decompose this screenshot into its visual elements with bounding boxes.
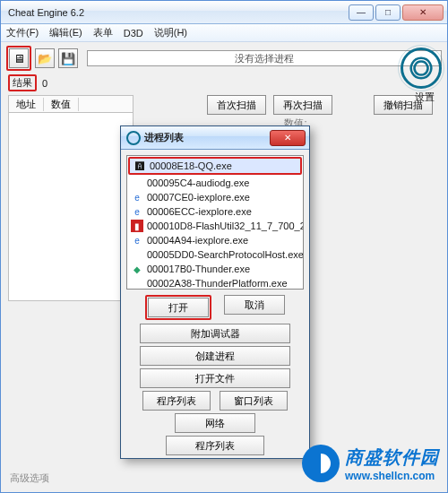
close-button[interactable]: ✕ (402, 4, 444, 21)
dialog-app-icon (126, 131, 141, 145)
process-list[interactable]: 🅰 00008E18-QQ.exe 000095C4-audiodg.exe e… (126, 155, 304, 290)
dialog-close-button[interactable]: ✕ (270, 130, 306, 146)
scan-buttons: 首次扫描 再次扫描 撤销扫描 (151, 95, 433, 115)
create-process-button[interactable]: 创建进程 (140, 346, 290, 366)
cancel-button[interactable]: 取消 (224, 295, 285, 315)
menu-file[interactable]: 文件(F) (6, 26, 39, 39)
process-label: 000010D8-FlashUtil32_11_7_700_224_Acti (147, 221, 304, 231)
dialog-titlebar[interactable]: 进程列表 ✕ (121, 126, 309, 150)
menu-edit[interactable]: 编辑(E) (49, 26, 82, 39)
process-label: 00008E18-QQ.exe (150, 160, 232, 171)
maximize-button[interactable]: □ (375, 4, 401, 21)
process-label: 000017B0-Thunder.exe (147, 264, 250, 274)
process-item[interactable]: 00005DD0-SearchProtocolHost.exe (127, 247, 303, 262)
dialog-open-row: 打开 取消 (121, 295, 309, 320)
process-label: 00006ECC-iexplore.exe (147, 206, 252, 217)
menubar: 文件(F) 编辑(E) 表单 D3D 说明(H) (1, 24, 447, 42)
ie-icon: e (131, 205, 143, 218)
result-list: 地址 数值 (8, 95, 134, 301)
ie-icon: e (131, 234, 143, 246)
result-count: 0 (42, 78, 47, 89)
settings-label[interactable]: 设置 (415, 91, 435, 104)
window-controls: — □ ✕ (347, 4, 444, 21)
menu-table[interactable]: 表单 (93, 26, 113, 39)
cheat-engine-logo-icon[interactable] (401, 48, 442, 89)
open-file-dialog-button[interactable]: 打开文件 (140, 368, 290, 388)
thunder-icon: ◆ (131, 263, 143, 275)
first-scan-button[interactable]: 首次扫描 (207, 95, 266, 115)
process-icon (131, 277, 143, 290)
open-button[interactable]: 打开 (148, 298, 209, 317)
list-switch-row: 程序列表 窗口列表 (121, 391, 309, 411)
result-list-body[interactable] (8, 113, 134, 301)
process-icon: 🅰 (134, 160, 146, 172)
open-process-button[interactable]: 🖥 (9, 48, 29, 68)
process-item[interactable]: ▮000010D8-FlashUtil32_11_7_700_224_Acti (127, 219, 303, 233)
toolbar: 🖥 📂 💾 没有选择进程 (1, 42, 447, 74)
process-label: 00007CE0-iexplore.exe (147, 192, 250, 203)
result-list-header: 地址 数值 (8, 95, 134, 113)
save-button[interactable]: 💾 (58, 48, 78, 68)
process-label: 000095C4-audiodg.exe (147, 177, 249, 188)
process-item[interactable]: e00006ECC-iexplore.exe (127, 204, 303, 219)
attach-debugger-button[interactable]: 附加调试器 (140, 324, 290, 343)
watermark-logo-icon (302, 445, 340, 482)
result-line: 结果 0 (1, 74, 447, 95)
advanced-options[interactable]: 高级选项 (10, 471, 49, 485)
dialog-title: 进程列表 (144, 131, 270, 144)
watermark: 商盛软件园 www.shellcn.com (302, 445, 439, 482)
process-label: 00005DD0-SearchProtocolHost.exe (147, 249, 304, 260)
process-label: 00004A94-iexplore.exe (147, 235, 248, 246)
menu-d3d[interactable]: D3D (124, 28, 143, 39)
watermark-name: 商盛软件园 (345, 445, 439, 470)
window-title: Cheat Engine 6.2 (8, 7, 347, 18)
watermark-url: www.shellcn.com (345, 470, 439, 482)
result-highlight: 结果 (8, 74, 37, 91)
result-label: 结果 (13, 77, 32, 88)
process-item[interactable]: e00004A94-iexplore.exe (127, 233, 303, 247)
process-item[interactable]: 00002A38-ThunderPlatform.exe (127, 276, 303, 290)
process-label: 00002A38-ThunderPlatform.exe (147, 278, 288, 289)
flash-icon: ▮ (131, 220, 143, 232)
next-scan-button[interactable]: 再次扫描 (273, 95, 332, 115)
process-item-selected[interactable]: 🅰 00008E18-QQ.exe (128, 157, 302, 175)
window-list-tab[interactable]: 窗口列表 (220, 391, 288, 411)
progress-bar: 没有选择进程 (87, 50, 442, 66)
process-list-tab[interactable]: 程序列表 (142, 391, 211, 411)
titlebar[interactable]: Cheat Engine 6.2 — □ ✕ (1, 1, 447, 24)
col-address[interactable]: 地址 (9, 98, 44, 111)
process-item[interactable]: e00007CE0-iexplore.exe (127, 190, 303, 204)
minimize-button[interactable]: — (349, 4, 374, 21)
process-item[interactable]: 000095C4-audiodg.exe (127, 176, 303, 190)
open-file-button[interactable]: 📂 (35, 48, 55, 68)
open-process-highlight: 🖥 (6, 46, 31, 71)
process-list2-button[interactable]: 程序列表 (166, 436, 264, 455)
open-highlight: 打开 (145, 295, 211, 320)
col-value[interactable]: 数值 (44, 98, 79, 111)
process-icon (131, 248, 143, 261)
process-list-dialog: 进程列表 ✕ 🅰 00008E18-QQ.exe 000095C4-audiod… (120, 125, 310, 459)
ie-icon: e (131, 191, 143, 203)
process-icon (131, 177, 143, 189)
process-item[interactable]: ◆000017B0-Thunder.exe (127, 262, 303, 276)
menu-help[interactable]: 说明(H) (154, 26, 187, 39)
watermark-text: 商盛软件园 www.shellcn.com (345, 445, 439, 482)
network-button[interactable]: 网络 (175, 413, 255, 433)
